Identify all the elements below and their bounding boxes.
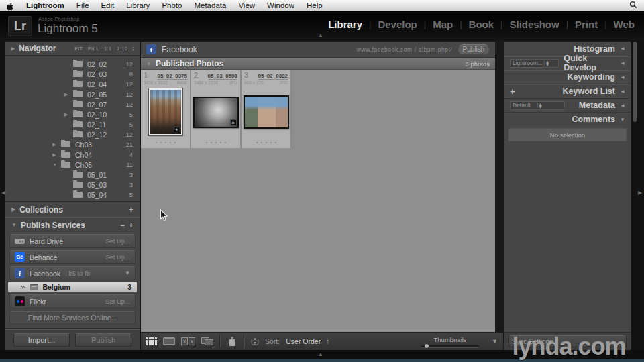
folder-row[interactable]: ▶ Ch03 21 (5, 139, 140, 149)
tab-print[interactable]: Print (575, 19, 598, 30)
sort-direction-icon[interactable]: (AZ) (251, 337, 259, 345)
folder-row[interactable]: ▶ 02_10 5 (5, 109, 140, 119)
remove-service-button[interactable]: − (120, 221, 125, 230)
metadata-header[interactable]: Default ▴▾ Metadata ◄ (504, 98, 631, 112)
comments-header[interactable]: Comments ▼ (504, 112, 631, 126)
service-setup-link[interactable]: Set Up... (105, 253, 130, 261)
menu-item[interactable]: Lightroom (26, 1, 64, 9)
service-hard-drive[interactable]: Hard Drive Set Up... (9, 234, 136, 248)
toolbar-options-caret-icon[interactable]: ▼ (492, 338, 498, 345)
zoom-fill[interactable]: FILL (88, 46, 99, 52)
publish-collection-belgium[interactable]: ≫ Belgium 3 (8, 282, 137, 292)
spotlight-search-icon[interactable] (629, 0, 637, 11)
keyword-list-header[interactable]: + Keyword List ◄ (504, 84, 631, 98)
folder-row[interactable]: 02_12 12 (5, 129, 140, 139)
develop-adjustments-badge-icon[interactable]: ± (174, 127, 180, 133)
tab-web[interactable]: Web (614, 19, 635, 30)
photo-cell[interactable]: 3 05_02_0382 900 x 720 JPG ± (241, 70, 292, 148)
keywording-header[interactable]: Keywording ◄ (504, 70, 631, 84)
photo-thumbnail[interactable]: ± (193, 97, 239, 128)
menu-item[interactable]: Edit (101, 1, 114, 9)
service-setup-link[interactable]: Set Up... (105, 298, 130, 305)
folder-row[interactable]: 02_04 12 (5, 79, 140, 89)
folder-disclosure-icon[interactable]: ▶ (52, 152, 61, 158)
folder-row[interactable]: 05_03 3 (5, 180, 140, 190)
tab-develop[interactable]: Develop (378, 19, 417, 30)
zoom-fit[interactable]: FIT (74, 46, 83, 52)
publish-now-button[interactable]: Publish (458, 44, 490, 55)
loupe-view-icon[interactable] (163, 337, 175, 345)
zoom-1-16[interactable]: 1:16 (117, 46, 128, 52)
dropdown-stepper-icon: ▴▾ (537, 103, 563, 108)
zoom-1-1[interactable]: 1:1 (104, 46, 112, 52)
photo-thumbnail[interactable]: ± (149, 88, 182, 135)
right-panel-reveal-arrow[interactable]: ▶ (638, 190, 642, 196)
menu-item[interactable]: Photo (162, 1, 182, 9)
service-facebook[interactable]: f Facebook : lr5 to fb ▼ (9, 266, 136, 280)
add-keyword-button[interactable]: + (510, 86, 515, 97)
grid-view-area[interactable]: f Facebook www.facebook.com / album.php?… (141, 42, 495, 332)
tab-map[interactable]: Map (433, 19, 453, 30)
add-collection-button[interactable]: + (129, 205, 133, 215)
left-panel-reveal-arrow[interactable]: ◀ (1, 190, 5, 196)
thumbnail-slider[interactable] (421, 345, 479, 347)
folder-row[interactable]: 02_02 12 (5, 59, 140, 69)
add-service-button[interactable]: + (129, 221, 133, 230)
menu-item[interactable]: Library (126, 1, 150, 9)
folder-row[interactable]: 05_04 5 (5, 190, 140, 200)
right-scrollbar-thumb[interactable] (633, 42, 637, 122)
keywording-title: Keywording (567, 72, 615, 82)
folder-row[interactable]: ▶ Ch04 4 (5, 149, 140, 160)
rating-dots[interactable] (191, 142, 240, 143)
folder-disclosure-icon[interactable]: ▶ (64, 92, 73, 97)
folder-disclosure-icon[interactable]: ▶ (52, 142, 61, 147)
tab-book[interactable]: Book (469, 19, 494, 30)
menu-item[interactable]: Window (267, 1, 294, 9)
folder-row[interactable]: ▶ 02_05 12 (5, 89, 140, 99)
grid-view-icon[interactable] (146, 337, 157, 345)
folder-row[interactable]: 02_03 8 (5, 69, 140, 79)
apple-icon[interactable] (7, 1, 14, 9)
folder-row[interactable]: 05_01 3 (5, 170, 140, 180)
survey-view-icon[interactable] (201, 337, 213, 345)
expand-service-icon[interactable]: ▼ (125, 270, 130, 276)
tab-library[interactable]: Library (328, 19, 362, 30)
photo-cell[interactable]: 2 05_03_0508 1466 x 2198 JPG ± (191, 70, 241, 148)
folder-disclosure-icon[interactable]: ▶ (64, 112, 73, 117)
metadata-preset-dropdown[interactable]: Default ▴▾ (510, 101, 565, 110)
quick-develop-header[interactable]: Lightroom... ▴▾ Quick Develop ◄ (504, 56, 631, 70)
photo-cell[interactable]: 1 05_02_0375 5456 x 3632 RAW ± (141, 70, 191, 148)
publish-button[interactable]: Publish (75, 333, 131, 347)
menu-item[interactable]: View (238, 1, 255, 9)
thumbnail-slider-handle[interactable] (424, 343, 429, 349)
develop-adjustments-badge-icon[interactable]: ± (230, 119, 237, 126)
published-photos-header[interactable]: ▼ Published Photos 3 photos (141, 58, 495, 70)
bottom-panel-reveal-arrow[interactable]: ▲ (318, 352, 323, 357)
service-behance[interactable]: Bē Behance Set Up... (9, 250, 136, 264)
tab-slideshow[interactable]: Slideshow (509, 19, 559, 30)
sort-order-dropdown[interactable]: User Order (286, 337, 321, 345)
service-flickr[interactable]: Flickr Set Up... (9, 294, 136, 308)
menu-item[interactable]: File (76, 1, 89, 9)
top-panel-reveal-arrow[interactable]: ▲ (318, 33, 323, 38)
compare-view-icon[interactable]: XY (181, 337, 195, 345)
menu-item[interactable]: Metadata (194, 1, 226, 9)
publish-services-header[interactable]: ▼ Publish Services − + (5, 218, 140, 232)
photo-thumbnail[interactable]: ± (244, 95, 289, 129)
navigator-header[interactable]: ▶ Navigator FIT FILL 1:1 1:16 ▴▾ (5, 42, 140, 55)
collections-header[interactable]: ▶ Collections + (5, 202, 140, 217)
saved-preset-dropdown[interactable]: Lightroom... ▴▾ (510, 59, 559, 68)
import-button[interactable]: Import... (13, 333, 70, 347)
rating-dots[interactable] (241, 142, 290, 143)
zoom-stepper-icon[interactable]: ▴▾ (132, 46, 134, 51)
folder-row[interactable]: ▼ Ch05 11 (5, 160, 140, 170)
sort-stepper-icon[interactable]: ▴▾ (327, 339, 329, 344)
folder-row[interactable]: 02_07 12 (5, 99, 140, 109)
painter-spray-can-icon[interactable] (229, 337, 235, 346)
service-setup-link[interactable]: Set Up... (105, 237, 130, 245)
find-more-services-button[interactable]: Find More Services Online... (9, 311, 136, 324)
menu-item[interactable]: Help (307, 1, 323, 9)
rating-dots[interactable] (141, 142, 190, 143)
folder-row[interactable]: 02_11 5 (5, 119, 140, 129)
folder-disclosure-icon[interactable]: ▼ (52, 162, 61, 167)
